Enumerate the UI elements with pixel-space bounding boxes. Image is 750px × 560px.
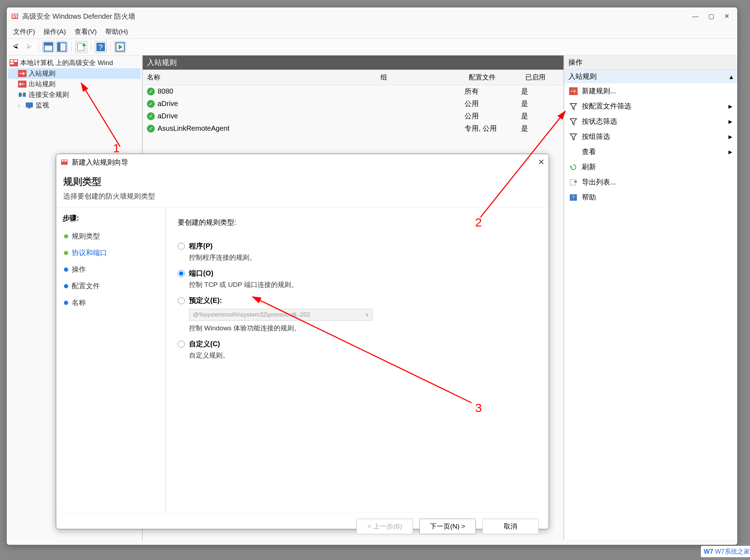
radio-program-input[interactable] [178,243,185,250]
toolbar-forward-icon[interactable]: ⮚ [23,41,35,53]
svg-rect-4 [16,16,18,18]
expand-caret-icon[interactable]: › [18,102,23,108]
bullet-icon [64,267,68,272]
actions-section-label: 入站规则 [568,72,597,81]
menu-help[interactable]: 帮助(H) [105,27,128,36]
rule-enabled: 是 [521,111,563,121]
step-protocol-port[interactable]: 协议和端口 [63,244,159,261]
toolbar-panel2-icon[interactable] [56,41,68,53]
action-filter-group[interactable]: 按组筛选 ▶ [564,129,737,144]
action-filter-state[interactable]: 按状态筛选 ▶ [564,114,737,129]
steps-label: 步骤: [63,213,159,223]
svg-rect-8 [58,43,60,51]
rule-profile: 公用 [465,111,521,121]
rule-row[interactable]: ✓AsusLinkRemoteAgent 专用, 公用 是 [143,122,563,135]
col-header-group[interactable]: 组 [376,70,465,85]
action-label: 查看 [582,147,596,157]
svg-rect-20 [23,93,26,97]
watermark: W7 W7系统之家 [701,546,750,557]
tree-outbound-rules[interactable]: 出站规则 [8,79,141,89]
bullet-icon [64,301,68,305]
menu-file[interactable]: 文件(F) [13,27,35,36]
col-header-profile[interactable]: 配置文件 [465,70,521,85]
step-profile[interactable]: 配置文件 [63,278,159,294]
radio-program-desc: 控制程序连接的规则。 [189,253,537,262]
back-button-label: < 上一步(B) [367,522,402,531]
rule-row[interactable]: ✓aDrive 公用 是 [143,110,563,122]
actions-section-title: 入站规则 ▴ [564,70,737,83]
step-rule-type[interactable]: 规则类型 [63,228,159,244]
svg-rect-24 [570,179,575,185]
rule-name: AsusLinkRemoteAgent [158,124,229,132]
tree-item-label: 连接安全规则 [29,90,69,99]
wizard-close-button[interactable]: ✕ [538,158,544,167]
menu-view[interactable]: 查看(V) [75,27,97,36]
step-action[interactable]: 操作 [63,261,159,278]
toolbar: ⮘ ⮚ ? [7,39,737,55]
toolbar-back-icon[interactable]: ⮘ [10,41,22,53]
action-refresh[interactable]: 刷新 [564,159,737,175]
next-button[interactable]: 下一页(N) > [419,519,476,534]
menu-action[interactable]: 操作(A) [43,27,66,36]
filter-icon [569,102,578,110]
tree-item-label: 监视 [36,101,49,110]
col-header-enabled[interactable]: 已启用 [521,70,563,85]
wizard-heading-area: 规则类型 选择要创建的防火墙规则类型 [56,170,549,208]
rule-row[interactable]: ✓aDrive 公用 是 [143,98,563,110]
radio-custom-desc: 自定义规则。 [189,351,537,360]
svg-rect-2 [15,14,17,16]
main-window-title: 高级安全 Windows Defender 防火墙 [22,12,135,21]
chevron-right-icon: ▶ [728,149,732,155]
tree-inbound-rules[interactable]: 入站规则 [8,68,141,79]
filter-icon [569,118,578,125]
collapse-icon[interactable]: ▴ [730,72,733,81]
radio-program-label: 程序(P) [189,241,213,251]
tree-connection-security[interactable]: 连接安全规则 [8,89,141,100]
radio-port-input[interactable] [178,270,185,277]
bullet-icon [64,234,68,238]
toolbar-play-icon[interactable] [114,41,126,53]
radio-custom[interactable]: 自定义(C) [178,339,537,349]
chevron-right-icon: ▶ [728,134,732,140]
action-export[interactable]: 导出列表... [564,175,737,190]
outbound-rule-icon [18,81,26,88]
bullet-icon [64,284,68,288]
radio-port[interactable]: 端口(O) [178,269,537,278]
tree-monitoring[interactable]: › 监视 [8,100,141,111]
radio-custom-input[interactable] [178,341,185,348]
action-label: 按状态筛选 [582,117,617,126]
minimize-button[interactable]: — [692,13,698,20]
toolbar-help-icon[interactable]: ? [95,41,107,53]
action-new-rule[interactable]: 新建规则... [564,83,737,99]
wizard-body: 步骤: 规则类型 协议和端口 操作 配置文件 名称 要创建的规则类型: 程序(P… [56,208,549,512]
annotation-number-1: 1 [113,141,120,155]
toolbar-export-icon[interactable] [75,41,87,53]
enabled-check-icon: ✓ [147,88,155,95]
step-name[interactable]: 名称 [63,294,159,311]
dropdown-value: @%systemroot%\system32\provsvc.dll,-202 [193,311,310,318]
back-button[interactable]: < 上一步(B) [356,519,413,534]
col-header-name[interactable]: 名称 [143,70,376,85]
action-label: 按配置文件筛选 [582,101,631,111]
rule-row[interactable]: ✓8080 所有 是 [143,85,563,98]
maximize-button[interactable]: ▢ [708,12,714,20]
toolbar-separator [110,42,111,52]
step-label: 规则类型 [72,231,100,241]
center-pane-header: 入站规则 [143,55,563,70]
radio-predefined-input[interactable] [178,297,185,304]
close-button[interactable]: ✕ [724,12,730,20]
radio-predefined[interactable]: 预定义(E): [178,296,537,305]
toolbar-separator [39,42,39,52]
predefined-dropdown[interactable]: @%systemroot%\system32\provsvc.dll,-202 … [189,309,373,321]
radio-program[interactable]: 程序(P) [178,241,537,251]
tree-root[interactable]: 本地计算机 上的高级安全 Wind [8,58,141,68]
toolbar-panel1-icon[interactable] [42,41,54,53]
firewall-icon [10,59,18,66]
action-help[interactable]: ? 帮助 [564,190,737,205]
refresh-icon [569,163,578,171]
action-filter-profile[interactable]: 按配置文件筛选 ▶ [564,99,737,114]
cancel-button[interactable]: 取消 [482,519,539,534]
action-view[interactable]: 查看 ▶ [564,144,737,159]
svg-rect-19 [19,93,22,97]
action-label: 刷新 [582,162,596,172]
